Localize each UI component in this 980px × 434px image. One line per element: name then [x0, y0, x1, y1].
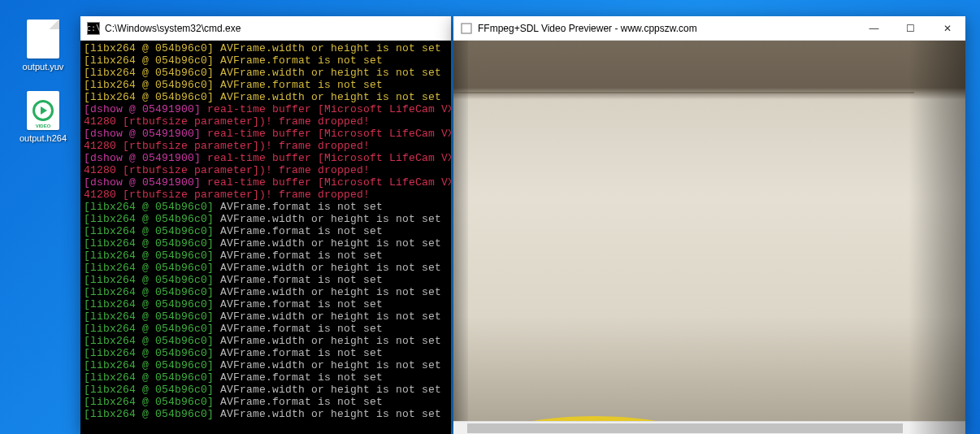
console-line: 41280 [rtbufsize parameter])! frame drop…: [84, 189, 448, 201]
minimize-button[interactable]: —: [856, 16, 892, 40]
console-line: [dshow @ 05491900] real-time buffer [Mic…: [84, 128, 448, 140]
cmd-output[interactable]: [libx264 @ 054b96c0] AVFrame.width or he…: [80, 41, 451, 434]
console-line: [libx264 @ 054b96c0] AVFrame.format is n…: [84, 371, 448, 384]
console-line: [libx264 @ 054b96c0] AVFrame.width or he…: [84, 42, 448, 54]
console-line: [libx264 @ 054b96c0] AVFrame.format is n…: [84, 225, 448, 237]
scrollbar-thumb[interactable]: [467, 423, 903, 433]
console-line: [libx264 @ 054b96c0] AVFrame.format is n…: [84, 396, 448, 408]
desktop-icon-label: output.h264: [15, 133, 72, 143]
maximize-button[interactable]: ☐: [892, 16, 929, 40]
console-line: [dshow @ 05491900] real-time buffer [Mic…: [84, 176, 448, 189]
console-line: [libx264 @ 054b96c0] AVFrame.width or he…: [84, 67, 448, 79]
console-line: [libx264 @ 054b96c0] AVFrame.format is n…: [84, 250, 448, 262]
video-content: [453, 92, 914, 93]
horizontal-scrollbar[interactable]: [453, 421, 965, 434]
console-line: 41280 [rtbufsize parameter])! frame drop…: [84, 115, 448, 128]
window-controls: — ☐ ✕: [856, 16, 965, 40]
cmd-title: C:\Windows\system32\cmd.exe: [105, 23, 241, 34]
console-line: [libx264 @ 054b96c0] AVFrame.format is n…: [84, 323, 448, 335]
desktop-icon-output-yuv[interactable]: output.yuv: [15, 20, 72, 72]
console-line: [libx264 @ 054b96c0] AVFrame.width or he…: [84, 408, 448, 420]
console-line: [libx264 @ 054b96c0] AVFrame.width or he…: [84, 335, 448, 347]
preview-titlebar[interactable]: FFmpeg+SDL Video Previewer - www.cppszw.…: [453, 16, 965, 41]
console-line: [libx264 @ 054b96c0] AVFrame.format is n…: [84, 54, 448, 67]
svg-rect-0: [462, 24, 471, 33]
console-line: [dshow @ 05491900] real-time buffer [Mic…: [84, 103, 448, 115]
console-line: [libx264 @ 054b96c0] AVFrame.width or he…: [84, 91, 448, 103]
app-icon: [460, 22, 473, 35]
close-button[interactable]: ✕: [929, 16, 965, 40]
console-line: [libx264 @ 054b96c0] AVFrame.width or he…: [84, 384, 448, 396]
console-line: [libx264 @ 054b96c0] AVFrame.format is n…: [84, 201, 448, 213]
console-line: [libx264 @ 054b96c0] AVFrame.width or he…: [84, 359, 448, 371]
video-file-icon: VIDEO: [24, 91, 63, 130]
cmd-titlebar[interactable]: c:\ C:\Windows\system32\cmd.exe: [80, 16, 451, 41]
console-line: [libx264 @ 054b96c0] AVFrame.format is n…: [84, 274, 448, 286]
desktop-icon-label: output.yuv: [15, 62, 72, 72]
cmd-window: c:\ C:\Windows\system32\cmd.exe [libx264…: [80, 16, 451, 434]
play-icon: [33, 100, 54, 121]
console-line: [libx264 @ 054b96c0] AVFrame.width or he…: [84, 262, 448, 274]
console-line: [libx264 @ 054b96c0] AVFrame.width or he…: [84, 310, 448, 323]
preview-title: FFmpeg+SDL Video Previewer - www.cppszw.…: [478, 23, 697, 34]
console-line: [libx264 @ 054b96c0] AVFrame.width or he…: [84, 237, 448, 250]
console-line: [libx264 @ 054b96c0] AVFrame.format is n…: [84, 79, 448, 91]
console-line: [libx264 @ 054b96c0] AVFrame.format is n…: [84, 298, 448, 310]
console-line: [dshow @ 05491900] real-time buffer [Mic…: [84, 152, 448, 164]
desktop-icon-output-h264[interactable]: VIDEO output.h264: [15, 91, 72, 143]
console-line: [libx264 @ 054b96c0] AVFrame.format is n…: [84, 347, 448, 359]
file-icon: [24, 20, 63, 59]
console-line: [libx264 @ 054b96c0] AVFrame.width or he…: [84, 286, 448, 298]
console-line: 41280 [rtbufsize parameter])! frame drop…: [84, 140, 448, 152]
cmd-icon: c:\: [87, 22, 100, 35]
preview-window: FFmpeg+SDL Video Previewer - www.cppszw.…: [453, 16, 965, 434]
console-line: [libx264 @ 054b96c0] AVFrame.width or he…: [84, 213, 448, 225]
video-preview-area: [453, 41, 965, 434]
console-line: 41280 [rtbufsize parameter])! frame drop…: [84, 164, 448, 176]
